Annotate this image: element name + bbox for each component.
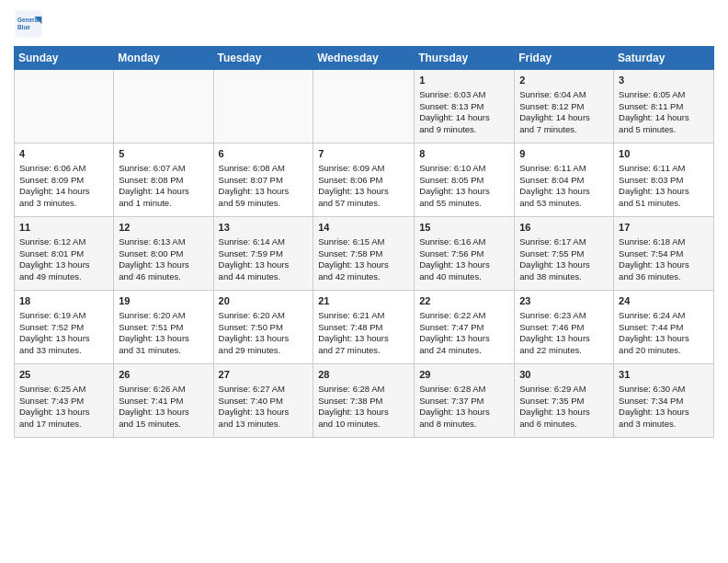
day-info: Sunrise: 6:18 AM Sunset: 7:54 PM Dayligh… — [619, 236, 709, 283]
calendar-cell: 9Sunrise: 6:11 AM Sunset: 8:04 PM Daylig… — [515, 144, 614, 217]
calendar-week-2: 4Sunrise: 6:06 AM Sunset: 8:09 PM Daylig… — [15, 144, 714, 217]
calendar-cell: 25Sunrise: 6:25 AM Sunset: 7:43 PM Dayli… — [15, 364, 114, 438]
day-number: 2 — [519, 74, 609, 87]
day-number: 8 — [419, 147, 509, 161]
day-info: Sunrise: 6:13 AM Sunset: 8:00 PM Dayligh… — [119, 236, 208, 283]
calendar-cell: 3Sunrise: 6:05 AM Sunset: 8:11 PM Daylig… — [614, 70, 714, 144]
day-number: 15 — [419, 221, 509, 235]
day-info: Sunrise: 6:20 AM Sunset: 7:50 PM Dayligh… — [219, 310, 309, 357]
day-info: Sunrise: 6:15 AM Sunset: 7:58 PM Dayligh… — [318, 236, 409, 283]
calendar-cell: 26Sunrise: 6:26 AM Sunset: 7:41 PM Dayli… — [114, 364, 213, 438]
calendar-cell: 17Sunrise: 6:18 AM Sunset: 7:54 PM Dayli… — [614, 217, 714, 291]
day-number: 26 — [119, 368, 208, 382]
calendar-cell — [114, 70, 213, 144]
day-info: Sunrise: 6:04 AM Sunset: 8:12 PM Dayligh… — [519, 89, 609, 136]
weekday-header-row: SundayMondayTuesdayWednesdayThursdayFrid… — [15, 47, 714, 70]
day-info: Sunrise: 6:14 AM Sunset: 7:59 PM Dayligh… — [219, 236, 309, 283]
calendar-cell: 19Sunrise: 6:20 AM Sunset: 7:51 PM Dayli… — [114, 291, 213, 364]
calendar-table: SundayMondayTuesdayWednesdayThursdayFrid… — [14, 46, 714, 438]
day-info: Sunrise: 6:06 AM Sunset: 8:09 PM Dayligh… — [19, 163, 108, 210]
day-number: 9 — [519, 147, 609, 161]
calendar-cell: 6Sunrise: 6:08 AM Sunset: 8:07 PM Daylig… — [213, 144, 313, 217]
day-number: 12 — [119, 221, 208, 235]
day-info: Sunrise: 6:20 AM Sunset: 7:51 PM Dayligh… — [119, 310, 208, 357]
calendar-cell: 10Sunrise: 6:11 AM Sunset: 8:03 PM Dayli… — [614, 144, 714, 217]
calendar-cell: 14Sunrise: 6:15 AM Sunset: 7:58 PM Dayli… — [313, 217, 415, 291]
calendar-cell: 8Sunrise: 6:10 AM Sunset: 8:05 PM Daylig… — [415, 144, 515, 217]
day-info: Sunrise: 6:07 AM Sunset: 8:08 PM Dayligh… — [119, 163, 208, 210]
day-info: Sunrise: 6:11 AM Sunset: 8:04 PM Dayligh… — [519, 163, 609, 210]
header: General Blue — [14, 9, 714, 39]
weekday-header-sunday: Sunday — [15, 47, 114, 70]
calendar-cell: 23Sunrise: 6:23 AM Sunset: 7:46 PM Dayli… — [515, 291, 614, 364]
calendar-cell — [213, 70, 313, 144]
day-number: 19 — [119, 294, 208, 308]
weekday-header-wednesday: Wednesday — [313, 47, 415, 70]
calendar-week-5: 25Sunrise: 6:25 AM Sunset: 7:43 PM Dayli… — [15, 364, 714, 438]
calendar-cell: 4Sunrise: 6:06 AM Sunset: 8:09 PM Daylig… — [15, 144, 114, 217]
day-info: Sunrise: 6:28 AM Sunset: 7:37 PM Dayligh… — [419, 384, 509, 431]
day-number: 31 — [619, 368, 709, 382]
calendar-week-1: 1Sunrise: 6:03 AM Sunset: 8:13 PM Daylig… — [15, 70, 714, 144]
calendar-cell: 11Sunrise: 6:12 AM Sunset: 8:01 PM Dayli… — [15, 217, 114, 291]
day-number: 28 — [318, 368, 409, 382]
calendar-cell: 28Sunrise: 6:28 AM Sunset: 7:38 PM Dayli… — [313, 364, 415, 438]
calendar-cell: 16Sunrise: 6:17 AM Sunset: 7:55 PM Dayli… — [515, 217, 614, 291]
day-number: 4 — [19, 147, 108, 161]
day-info: Sunrise: 6:28 AM Sunset: 7:38 PM Dayligh… — [318, 384, 409, 431]
day-info: Sunrise: 6:10 AM Sunset: 8:05 PM Dayligh… — [419, 163, 509, 210]
day-number: 10 — [619, 147, 709, 161]
day-number: 14 — [318, 221, 409, 235]
day-info: Sunrise: 6:24 AM Sunset: 7:44 PM Dayligh… — [619, 310, 709, 357]
day-info: Sunrise: 6:16 AM Sunset: 7:56 PM Dayligh… — [419, 236, 509, 283]
calendar-week-4: 18Sunrise: 6:19 AM Sunset: 7:52 PM Dayli… — [15, 291, 714, 364]
logo-icon: General Blue — [14, 9, 43, 39]
calendar-cell: 22Sunrise: 6:22 AM Sunset: 7:47 PM Dayli… — [415, 291, 515, 364]
calendar-cell: 30Sunrise: 6:29 AM Sunset: 7:35 PM Dayli… — [515, 364, 614, 438]
calendar-cell: 7Sunrise: 6:09 AM Sunset: 8:06 PM Daylig… — [313, 144, 415, 217]
day-info: Sunrise: 6:03 AM Sunset: 8:13 PM Dayligh… — [419, 89, 509, 136]
day-number: 5 — [119, 147, 208, 161]
calendar-cell: 15Sunrise: 6:16 AM Sunset: 7:56 PM Dayli… — [415, 217, 515, 291]
day-number: 27 — [219, 368, 309, 382]
day-number: 13 — [219, 221, 309, 235]
calendar-cell: 29Sunrise: 6:28 AM Sunset: 7:37 PM Dayli… — [415, 364, 515, 438]
day-info: Sunrise: 6:08 AM Sunset: 8:07 PM Dayligh… — [219, 163, 309, 210]
calendar-cell: 20Sunrise: 6:20 AM Sunset: 7:50 PM Dayli… — [213, 291, 313, 364]
day-info: Sunrise: 6:21 AM Sunset: 7:48 PM Dayligh… — [318, 310, 409, 357]
day-number: 6 — [219, 147, 309, 161]
svg-text:Blue: Blue — [17, 24, 30, 30]
day-number: 25 — [19, 368, 108, 382]
day-info: Sunrise: 6:26 AM Sunset: 7:41 PM Dayligh… — [119, 384, 208, 431]
day-info: Sunrise: 6:19 AM Sunset: 7:52 PM Dayligh… — [19, 310, 108, 357]
calendar-cell — [15, 70, 114, 144]
day-info: Sunrise: 6:29 AM Sunset: 7:35 PM Dayligh… — [519, 384, 609, 431]
day-info: Sunrise: 6:25 AM Sunset: 7:43 PM Dayligh… — [19, 384, 108, 431]
day-info: Sunrise: 6:30 AM Sunset: 7:34 PM Dayligh… — [619, 384, 709, 431]
day-info: Sunrise: 6:22 AM Sunset: 7:47 PM Dayligh… — [419, 310, 509, 357]
day-info: Sunrise: 6:09 AM Sunset: 8:06 PM Dayligh… — [318, 163, 409, 210]
day-number: 1 — [419, 74, 509, 87]
day-info: Sunrise: 6:12 AM Sunset: 8:01 PM Dayligh… — [19, 236, 108, 283]
day-info: Sunrise: 6:05 AM Sunset: 8:11 PM Dayligh… — [619, 89, 709, 136]
day-number: 30 — [519, 368, 609, 382]
day-number: 22 — [419, 294, 509, 308]
weekday-header-friday: Friday — [515, 47, 614, 70]
day-number: 23 — [519, 294, 609, 308]
logo: General Blue — [14, 9, 43, 39]
day-number: 16 — [519, 221, 609, 235]
day-number: 17 — [619, 221, 709, 235]
calendar-cell: 21Sunrise: 6:21 AM Sunset: 7:48 PM Dayli… — [313, 291, 415, 364]
weekday-header-tuesday: Tuesday — [213, 47, 313, 70]
day-info: Sunrise: 6:17 AM Sunset: 7:55 PM Dayligh… — [519, 236, 609, 283]
calendar-cell: 27Sunrise: 6:27 AM Sunset: 7:40 PM Dayli… — [213, 364, 313, 438]
weekday-header-saturday: Saturday — [614, 47, 714, 70]
day-number: 18 — [19, 294, 108, 308]
calendar-cell: 5Sunrise: 6:07 AM Sunset: 8:08 PM Daylig… — [114, 144, 213, 217]
calendar-cell: 1Sunrise: 6:03 AM Sunset: 8:13 PM Daylig… — [415, 70, 515, 144]
day-info: Sunrise: 6:23 AM Sunset: 7:46 PM Dayligh… — [519, 310, 609, 357]
calendar-cell: 24Sunrise: 6:24 AM Sunset: 7:44 PM Dayli… — [614, 291, 714, 364]
calendar-cell: 12Sunrise: 6:13 AM Sunset: 8:00 PM Dayli… — [114, 217, 213, 291]
day-number: 11 — [19, 221, 108, 235]
day-number: 24 — [619, 294, 709, 308]
